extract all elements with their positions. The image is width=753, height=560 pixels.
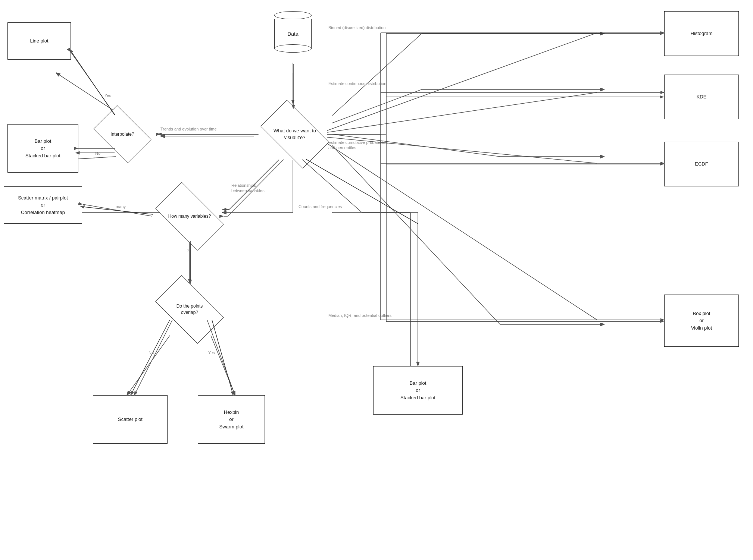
cyl-body: Data — [274, 19, 312, 49]
line-plot-box: Line plot — [7, 22, 71, 60]
svg-line-9 — [127, 336, 170, 395]
histogram-label: Histogram — [690, 30, 712, 37]
points-overlap-diamond: Do the points overlap? — [152, 283, 227, 336]
bar-plot-2-box: Bar plotorStacked bar plot — [373, 366, 463, 415]
kde-box: KDE — [664, 75, 739, 119]
relationships-label: Relationshipsbetween variables — [231, 183, 272, 194]
interpolate-label: Interpolate? — [104, 131, 141, 138]
box-violin-label: Box plotorViolin plot — [691, 310, 712, 332]
scatter-plot-label: Scatter plot — [118, 416, 143, 423]
bar-plot-2-label: Bar plotorStacked bar plot — [400, 380, 435, 402]
overlap-label: Do the points overlap? — [167, 303, 212, 316]
histogram-box: Histogram — [664, 11, 739, 56]
ecdf-label: ECDF — [695, 160, 708, 168]
flowchart: Data What do we want tovisualize? Interp… — [0, 0, 753, 560]
scatter-plot-box: Scatter plot — [93, 395, 168, 444]
counts-label: Counts and frequencies — [299, 204, 342, 209]
no-overlap-label: No — [149, 350, 154, 355]
binned-label: Binned (discretized) distribution — [328, 25, 385, 30]
svg-line-3 — [56, 73, 116, 112]
svg-line-19 — [332, 145, 500, 324]
yes-overlap-label: Yes — [208, 350, 215, 355]
median-label: Median, IQR, and potential outliers — [328, 313, 391, 318]
ecdf-box: ECDF — [664, 142, 739, 186]
bar-plot-1-label: Bar plotorStacked bar plot — [25, 138, 60, 160]
many-label: many — [116, 204, 126, 209]
how-many-vars-diamond: How many variables? — [152, 190, 227, 242]
hexbin-box: HexbinorSwarm plot — [198, 395, 265, 444]
box-violin-box: Box plotorViolin plot — [664, 295, 739, 347]
what-visualize-label: What do we want tovisualize? — [272, 128, 317, 141]
data-cylinder: Data — [274, 11, 312, 49]
two-label: 2 — [187, 248, 190, 253]
svg-line-10 — [211, 336, 235, 395]
scatter-matrix-box: Scatter matrix / pairplotorCorrelation h… — [4, 186, 82, 224]
svg-line-15 — [332, 89, 422, 123]
cumulative-label: Estimate cumulative probabilitiesand per… — [328, 140, 422, 151]
bar-plot-1-box: Bar plotorStacked bar plot — [7, 124, 78, 173]
scatter-matrix-label: Scatter matrix / pairplotorCorrelation h… — [18, 194, 68, 216]
cyl-bottom — [274, 44, 312, 53]
no-label: No — [95, 151, 100, 155]
kde-label: KDE — [697, 93, 707, 101]
continuous-label: Estimate continuous distribution — [328, 81, 386, 86]
hexbin-label: HexbinorSwarm plot — [219, 409, 243, 431]
interpolate-diamond: Interpolate? — [93, 110, 152, 158]
yes-label: Yes — [104, 93, 111, 98]
what-visualize-diamond: What do we want tovisualize? — [257, 104, 332, 164]
svg-line-13 — [332, 34, 422, 116]
how-many-label: How many variables? — [167, 213, 212, 220]
trends-label: Trends and evolution over time — [160, 127, 217, 131]
cyl-top — [274, 11, 312, 19]
data-label: Data — [287, 31, 299, 37]
line-plot-label: Line plot — [30, 37, 48, 45]
